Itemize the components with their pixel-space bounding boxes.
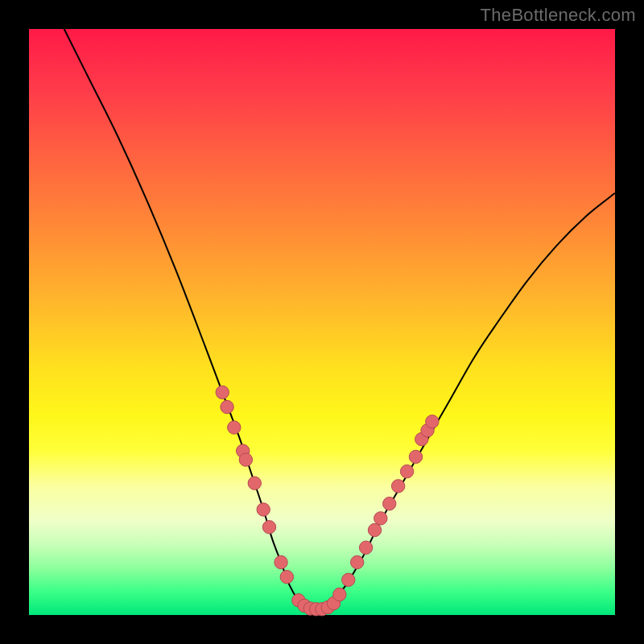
curve-marker — [426, 415, 439, 428]
bottleneck-curve — [64, 29, 615, 609]
chart-svg — [29, 29, 615, 615]
curve-markers — [216, 386, 439, 616]
curve-marker — [262, 521, 275, 534]
curve-marker — [350, 555, 363, 568]
curve-marker — [342, 573, 355, 586]
curve-marker — [221, 400, 233, 413]
curve-marker — [374, 512, 387, 525]
curve-marker — [333, 588, 346, 601]
chart-frame: TheBottleneck.com — [0, 0, 644, 644]
curve-marker — [368, 523, 381, 536]
curve-marker — [248, 477, 261, 489]
curve-marker — [228, 421, 241, 434]
curve-marker — [391, 480, 404, 493]
curve-marker — [239, 453, 252, 466]
watermark-text: TheBottleneck.com — [481, 5, 636, 26]
curve-marker — [400, 464, 413, 477]
curve-marker — [216, 386, 229, 398]
curve-marker — [257, 503, 270, 516]
curve-marker — [359, 541, 372, 554]
plot-area — [29, 29, 615, 615]
curve-marker — [409, 450, 422, 463]
curve-marker — [275, 555, 287, 568]
curve-marker — [383, 497, 396, 510]
curve-marker — [280, 570, 293, 583]
